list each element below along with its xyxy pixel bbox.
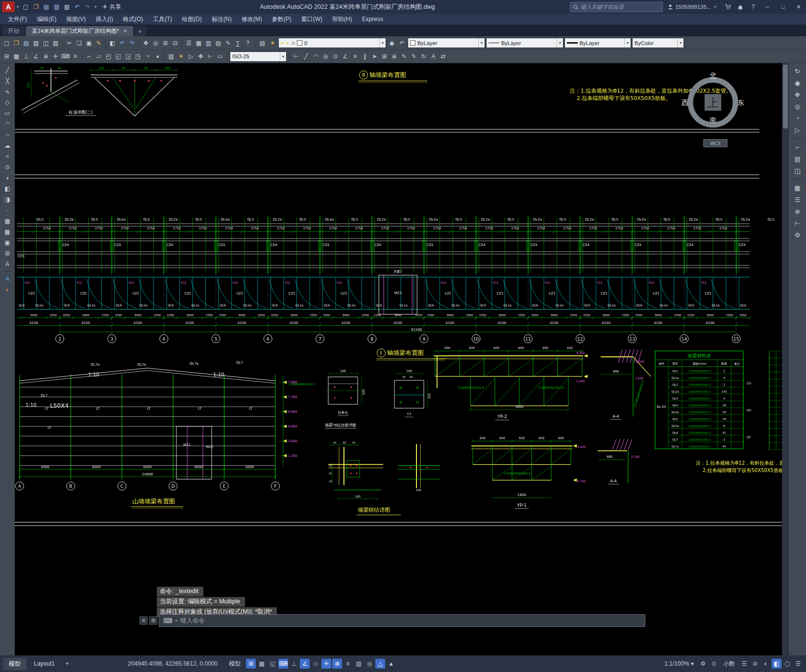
layer-dropdown-caret-icon[interactable]: ▾ bbox=[379, 38, 384, 48]
color-dropdown[interactable]: ByLayer ▾ bbox=[408, 38, 485, 48]
command-close-icon[interactable]: ✕ bbox=[139, 616, 148, 625]
pan-icon[interactable]: ✥ bbox=[792, 89, 804, 100]
command-options-caret-icon[interactable]: ▾ bbox=[175, 619, 177, 623]
center-mark-icon[interactable]: ⊕ bbox=[390, 52, 399, 61]
table-icon[interactable]: ⊞ bbox=[2, 248, 13, 258]
layers-panel-icon[interactable]: ▦ bbox=[792, 182, 804, 193]
tab-start[interactable]: 开始 bbox=[2, 26, 25, 36]
object-snap-tracking-icon[interactable]: ✛ bbox=[321, 659, 331, 669]
scrollbar-thumb[interactable] bbox=[783, 65, 788, 128]
account-button[interactable]: 1505999135... ▾ bbox=[664, 4, 721, 10]
dimstyle-dropdown[interactable]: ISO-25 ▾ bbox=[230, 51, 287, 62]
drawing-canvas[interactable]: B轴墙梁布置图F轴墙梁布置图山墙墙梁布置图墙梁联结详图注：1.拉条规格为Φ12，… bbox=[15, 63, 782, 655]
polar-icon[interactable]: ∠ bbox=[31, 52, 41, 61]
layer-properties-icon[interactable]: ▤ bbox=[258, 38, 267, 48]
new-layout-button[interactable]: + bbox=[62, 658, 73, 669]
linetype-dropdown[interactable]: ByLayer ▾ bbox=[486, 38, 563, 48]
design-center-icon[interactable]: ▦ bbox=[194, 38, 203, 48]
snap-tracking-icon[interactable]: ✛ bbox=[51, 52, 60, 61]
zoom-window-icon[interactable]: ⊞ bbox=[161, 38, 170, 48]
dim-arc-icon[interactable]: ◠ bbox=[311, 52, 320, 61]
menu-tools[interactable]: 工具(T) bbox=[148, 15, 177, 24]
properties-icon[interactable]: ☰ bbox=[184, 38, 194, 48]
materials-icon[interactable]: ▨ bbox=[167, 52, 176, 61]
menu-format[interactable]: 格式(O) bbox=[118, 15, 148, 24]
menu-dimension[interactable]: 标注(N) bbox=[207, 15, 237, 24]
help-icon[interactable]: ? bbox=[747, 0, 759, 14]
view-top-icon[interactable]: ◰ bbox=[104, 52, 113, 61]
plot-preview-icon[interactable]: ◫ bbox=[41, 38, 50, 48]
text-icon[interactable]: A bbox=[2, 274, 13, 284]
model-tab[interactable]: 模型 bbox=[3, 658, 26, 670]
tolerance-icon[interactable]: ⊞ bbox=[380, 52, 389, 61]
color-dropdown-caret-icon[interactable]: ▾ bbox=[478, 38, 483, 48]
minimize-button[interactable]: ─ bbox=[760, 0, 775, 14]
sync-view-icon[interactable]: ↻ bbox=[792, 66, 804, 76]
measure-area-icon[interactable]: ▭ bbox=[216, 52, 225, 61]
isometric-drafting-icon[interactable]: ◇ bbox=[311, 659, 320, 669]
osnap-panel-icon[interactable]: ⊕ bbox=[792, 206, 804, 217]
full-navigation-wheel-icon[interactable]: ◉ bbox=[792, 77, 804, 88]
customize-icon[interactable]: ☰ bbox=[793, 659, 803, 669]
undo-icon[interactable]: ↶ bbox=[118, 38, 127, 48]
dim-diameter-icon[interactable]: ⊙ bbox=[331, 52, 340, 61]
markup-icon[interactable]: ✎ bbox=[223, 38, 233, 48]
multileader-icon[interactable]: ➤ bbox=[370, 52, 379, 61]
arc-icon[interactable]: ◠ bbox=[2, 119, 13, 129]
clean-screen-icon[interactable]: ▢ bbox=[782, 659, 792, 669]
properties-panel-icon[interactable]: ☰ bbox=[792, 194, 804, 205]
lock-ui-icon[interactable]: ⊘ bbox=[750, 659, 760, 669]
layer-previous-icon[interactable]: ↶ bbox=[397, 38, 407, 48]
layout1-tab[interactable]: Layout1 bbox=[28, 658, 61, 669]
region-icon[interactable]: ▣ bbox=[2, 237, 13, 248]
notifications-icon[interactable] bbox=[734, 0, 746, 14]
ucs-icon-icon[interactable]: ⌐ bbox=[792, 142, 804, 152]
dimstyle-dropdown-caret-icon[interactable]: ▾ bbox=[280, 52, 284, 61]
qnew-icon[interactable]: ▢ bbox=[2, 38, 11, 48]
sheet-set-manager-icon[interactable]: ▤ bbox=[214, 38, 223, 48]
zoom-previous-icon[interactable]: ⊟ bbox=[171, 38, 180, 48]
plot-icon[interactable]: ▨ bbox=[31, 38, 41, 48]
save-icon[interactable]: ▤ bbox=[42, 2, 51, 12]
viewport-icon[interactable]: ◫ bbox=[792, 165, 804, 176]
cart-icon[interactable] bbox=[722, 0, 733, 14]
layer-states-icon[interactable]: ☀ bbox=[268, 38, 277, 48]
publish-icon[interactable]: ▧ bbox=[51, 38, 60, 48]
workspace-switching-icon[interactable]: ⚙ bbox=[698, 659, 708, 669]
snap-settings-icon[interactable]: ⊞ bbox=[2, 52, 11, 61]
make-layer-current-icon[interactable]: ◉ bbox=[387, 38, 396, 48]
view-right-icon[interactable]: ◳ bbox=[133, 52, 143, 61]
isolate-objects-icon[interactable]: ◐ bbox=[761, 659, 771, 669]
quick-properties-icon[interactable]: ☰ bbox=[739, 659, 749, 669]
dim-style-icon[interactable]: A bbox=[429, 52, 438, 61]
dim-continue-icon[interactable]: ∥ bbox=[360, 52, 369, 61]
menu-express[interactable]: Express bbox=[357, 16, 388, 23]
polygon-icon[interactable]: ◇ bbox=[2, 97, 13, 107]
lineweight-icon[interactable]: ≡ bbox=[343, 659, 353, 669]
tab-close-icon[interactable]: ✕ bbox=[123, 28, 127, 34]
graphics-performance-icon[interactable]: ◧ bbox=[772, 659, 782, 669]
insert-block-icon[interactable]: ◧ bbox=[2, 183, 13, 194]
menu-help[interactable]: 帮助(H) bbox=[327, 15, 357, 24]
lights-icon[interactable]: ☀ bbox=[176, 52, 186, 61]
menu-window[interactable]: 窗口(W) bbox=[296, 15, 327, 24]
multiline-text-icon[interactable]: A bbox=[2, 259, 13, 269]
revision-cloud-icon[interactable]: ☁ bbox=[2, 140, 13, 150]
plotstyle-dropdown-caret-icon[interactable]: ▾ bbox=[677, 38, 682, 48]
new-icon[interactable]: ▢ bbox=[21, 2, 31, 12]
pan-icon[interactable]: ✥ bbox=[141, 38, 150, 48]
named-views-icon[interactable]: ▤ bbox=[792, 153, 804, 164]
menu-parametric[interactable]: 参数(P) bbox=[267, 15, 296, 24]
share-button[interactable]: ✈ 共享 bbox=[98, 3, 125, 11]
infer-constraints-icon[interactable]: ◱ bbox=[268, 659, 277, 669]
ortho-icon[interactable]: ⊥ bbox=[22, 52, 31, 61]
show-motion-icon[interactable]: ▷ bbox=[792, 124, 804, 135]
paste-icon[interactable]: ▣ bbox=[84, 38, 94, 48]
zoom-extents-icon[interactable]: ◎ bbox=[792, 101, 804, 112]
line-icon[interactable]: ╱ bbox=[2, 65, 13, 75]
polar-tracking-icon[interactable]: ∠ bbox=[300, 659, 310, 669]
tool-palettes-icon[interactable]: ▥ bbox=[204, 38, 213, 48]
orbit-icon[interactable]: ◔ bbox=[792, 113, 804, 124]
lineweight-dropdown[interactable]: ByLayer ▾ bbox=[564, 38, 631, 48]
coordinates-display[interactable]: 204940.4098, 42265.5612, 0.0000 bbox=[128, 660, 218, 667]
